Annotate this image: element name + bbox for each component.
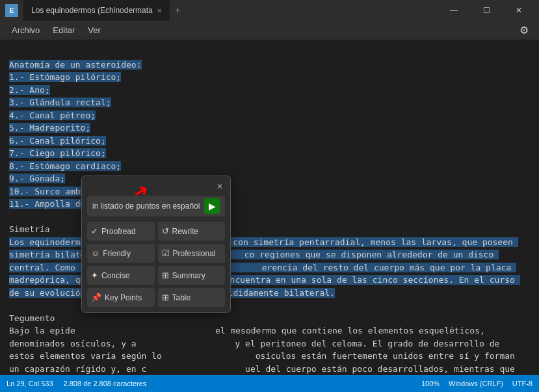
concise-label: Concise xyxy=(101,271,129,280)
keypoints-label: Key Points xyxy=(105,293,142,302)
professional-label: Professional xyxy=(173,249,216,258)
ai-proofread-button[interactable]: ✓ Proofread xyxy=(87,222,155,241)
ai-summary-button[interactable]: ⊞ Summary xyxy=(158,266,226,285)
ai-popup-close-icon[interactable]: ✕ xyxy=(215,181,225,192)
tab-title: Los equinodermos (Echinodermata xyxy=(31,6,153,15)
new-tab-button[interactable]: + xyxy=(175,5,181,16)
text-tegumento: Bajo la epide el mesodermo que contiene … xyxy=(9,326,520,375)
rewrite-icon: ↺ xyxy=(162,226,169,236)
friendly-icon: ☺ xyxy=(91,248,99,258)
statusbar-chars: 2.808 de 2.808 caracteres xyxy=(64,380,147,387)
text-tegumento-label: Tegumento xyxy=(9,313,55,323)
statusbar-encoding: UTF-8 xyxy=(512,380,532,387)
menubar: Archivo Editar Ver ⚙ xyxy=(0,21,539,40)
ai-professional-button[interactable]: ☑ Professional xyxy=(158,244,226,263)
rewrite-label: Rewrite xyxy=(172,227,199,236)
ai-actions-grid: ✓ Proofread ↺ Rewrite ☺ Friendly ☑ Profe… xyxy=(87,222,225,307)
ai-input-row: ▶ xyxy=(87,196,225,216)
maximize-button[interactable]: ☐ xyxy=(471,0,501,21)
statusbar: Ln 29, Col 533 2.808 de 2.808 caracteres… xyxy=(0,375,539,392)
ai-rewrite-button[interactable]: ↺ Rewrite xyxy=(158,222,226,241)
menu-ver[interactable]: Ver xyxy=(81,23,107,38)
titlebar: E Los equinodermos (Echinodermata ✕ + — … xyxy=(0,0,539,21)
text-simetria-label: Simetría xyxy=(9,224,50,234)
ai-concise-button[interactable]: ✦ Concise xyxy=(87,266,155,285)
friendly-label: Friendly xyxy=(103,249,131,258)
ai-input[interactable] xyxy=(92,202,200,211)
proofread-icon: ✓ xyxy=(91,226,98,236)
table-label: Table xyxy=(172,293,191,302)
statusbar-line-ending: Windows (CRLF) xyxy=(449,380,503,387)
keypoints-icon: 📌 xyxy=(91,293,101,302)
close-button[interactable]: ✕ xyxy=(504,0,534,21)
tab-close-icon[interactable]: ✕ xyxy=(157,7,162,14)
minimize-button[interactable]: — xyxy=(439,0,469,21)
concise-icon: ✦ xyxy=(91,270,98,280)
ai-popup: ✕ ▶ ✓ Proofread ↺ Rewrite ☺ Friendly ☑ P… xyxy=(81,176,231,313)
ai-table-button[interactable]: ⊞ Table xyxy=(158,288,226,307)
summary-label: Summary xyxy=(172,271,205,280)
active-tab[interactable]: Los equinodermos (Echinodermata ✕ xyxy=(23,0,170,21)
ai-popup-header: ✕ xyxy=(87,181,225,192)
professional-icon: ☑ xyxy=(162,248,170,258)
statusbar-zoom: 100% xyxy=(421,380,440,387)
ai-friendly-button[interactable]: ☺ Friendly xyxy=(87,244,155,263)
ai-send-button[interactable]: ▶ xyxy=(204,198,220,214)
proofread-label: Proofread xyxy=(101,227,136,236)
app-icon: E xyxy=(5,4,18,17)
menu-archivo[interactable]: Archivo xyxy=(5,23,46,38)
statusbar-position: Ln 29, Col 533 xyxy=(7,380,53,387)
window-controls: — ☐ ✕ xyxy=(439,0,534,21)
statusbar-right: 100% Windows (CRLF) UTF-8 xyxy=(421,380,532,387)
menu-editar[interactable]: Editar xyxy=(46,23,81,38)
settings-icon[interactable]: ⚙ xyxy=(514,21,534,39)
ai-keypoints-button[interactable]: 📌 Key Points xyxy=(87,288,155,307)
table-icon: ⊞ xyxy=(162,293,169,302)
summary-icon: ⊞ xyxy=(162,270,169,280)
